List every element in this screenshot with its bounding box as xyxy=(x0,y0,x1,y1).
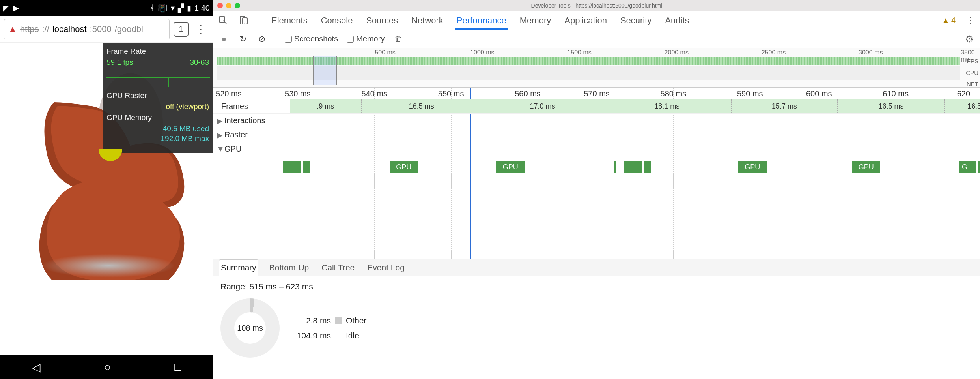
android-nav-bar: ◁ ○ □ xyxy=(0,355,213,379)
frame-segment[interactable]: .9 ms xyxy=(290,99,361,113)
screenshots-checkbox[interactable]: Screenshots xyxy=(285,34,338,43)
gpu-block[interactable]: GPU xyxy=(390,161,418,173)
overlay-fps-value: 59.1 fps xyxy=(106,58,133,67)
frame-segment[interactable]: 16.5 ms xyxy=(838,99,945,113)
wifi-icon: ▾ xyxy=(171,3,175,13)
tab-performance[interactable]: Performance xyxy=(455,11,508,30)
overlay-mem-label: GPU Memory xyxy=(106,113,152,122)
zoom-window-icon[interactable] xyxy=(235,3,240,8)
overlay-raster-value: off (viewport) xyxy=(166,102,209,111)
devtools-window: Developer Tools - https://localhost:5000… xyxy=(213,0,980,379)
reload-record-button[interactable]: ↻ xyxy=(238,34,248,44)
separator xyxy=(259,15,259,26)
legend-value: 104.9 ms xyxy=(295,331,331,340)
gpu-block[interactable] xyxy=(978,161,980,173)
overview-selection[interactable] xyxy=(313,56,337,85)
overlay-mem-used: 40.5 MB used xyxy=(163,124,209,133)
raster-track[interactable]: ▶Raster xyxy=(213,128,980,142)
tab-memory[interactable]: Memory xyxy=(518,11,553,30)
memory-checkbox[interactable]: Memory xyxy=(347,34,385,43)
gpu-track[interactable]: GPUGPUGPUGPUG... xyxy=(213,156,980,196)
device-toggle-icon[interactable] xyxy=(239,15,249,26)
phone-mock: ◤ ▶ ᚼ 📳 ▾ ▞ ▮ 1:40 ▲ https://localhost:5… xyxy=(0,0,213,379)
legend-label: Other xyxy=(346,316,367,325)
tab-audits[interactable]: Audits xyxy=(663,11,691,30)
flamechart[interactable]: 520 ms530 ms540 ms550 ms560 ms570 ms580 … xyxy=(213,88,980,259)
minimize-window-icon[interactable] xyxy=(226,3,231,8)
url-bar[interactable]: ▲ https://localhost:5000/goodbl xyxy=(4,19,170,39)
notification-icon: ◤ xyxy=(3,3,9,13)
url-scheme: https xyxy=(20,24,39,34)
nav-back-icon[interactable]: ◁ xyxy=(32,361,41,374)
detail-tab-bottom-up[interactable]: Bottom-Up xyxy=(268,260,310,276)
frames-track[interactable]: Frames .9 ms16.5 ms17.0 ms18.1 ms15.7 ms… xyxy=(213,99,980,114)
memory-label: Memory xyxy=(356,34,385,43)
gpu-track-header[interactable]: ▼GPU xyxy=(213,142,980,156)
tab-switcher[interactable]: 1 xyxy=(174,22,189,37)
legend-label: Idle xyxy=(346,331,359,340)
browser-menu-button[interactable]: ⋮ xyxy=(192,22,209,36)
overview-fps-label: FPS xyxy=(967,58,978,64)
gpu-block[interactable]: GPU xyxy=(738,161,767,173)
gpu-block[interactable] xyxy=(303,161,310,173)
summary-legend: 2.8 msOther104.9 msIdle xyxy=(295,316,367,340)
overlay-fps-range: 30-63 xyxy=(190,58,209,67)
devtools-menu-button[interactable]: ⋮ xyxy=(966,15,975,26)
frame-segment[interactable]: 18.1 ms xyxy=(603,99,731,113)
gpu-block[interactable]: GPU xyxy=(852,161,880,173)
gpu-block[interactable]: G... xyxy=(959,161,976,173)
frame-segment[interactable]: 17.0 ms xyxy=(482,99,603,113)
devtools-tab-bar: ElementsConsoleSourcesNetworkPerformance… xyxy=(213,11,980,30)
clear-button[interactable]: ⊘ xyxy=(257,34,267,44)
gpu-block[interactable] xyxy=(283,161,301,173)
gpu-block[interactable] xyxy=(614,161,616,173)
settings-icon[interactable]: ⚙ xyxy=(964,34,974,44)
close-window-icon[interactable] xyxy=(217,3,223,8)
nav-recents-icon[interactable]: □ xyxy=(174,361,181,373)
raster-label: Raster xyxy=(224,130,248,139)
tab-application[interactable]: Application xyxy=(563,11,609,30)
perf-toolbar: ● ↻ ⊘ Screenshots Memory 🗑 ⚙ xyxy=(213,30,980,48)
page-viewport: Frame Rate 59.1 fps30-63 GPU Raster off … xyxy=(0,43,213,355)
frame-segment[interactable]: 16.5 ms xyxy=(361,99,482,113)
overlay-fps-sparkline xyxy=(106,69,210,88)
frame-segment[interactable]: 15.7 ms xyxy=(731,99,838,113)
vibrate-icon: 📳 xyxy=(158,3,168,13)
insecure-icon: ▲ xyxy=(8,24,17,34)
warnings-badge[interactable]: ▲4 xyxy=(942,16,956,25)
gpu-block[interactable] xyxy=(644,161,651,173)
overview-tick: 2000 ms xyxy=(665,49,689,56)
interactions-track[interactable]: ▶Interactions xyxy=(213,114,980,128)
inspect-icon[interactable] xyxy=(218,15,228,26)
gc-button[interactable]: 🗑 xyxy=(393,34,403,44)
screenshots-label: Screenshots xyxy=(294,34,338,43)
detail-tab-event-log[interactable]: Event Log xyxy=(366,260,406,276)
detail-tab-summary[interactable]: Summary xyxy=(219,259,258,276)
gpu-block[interactable]: GPU xyxy=(496,161,525,173)
overview-tick: 1500 ms xyxy=(567,49,591,56)
summary-range: Range: 515 ms – 623 ms xyxy=(220,282,973,291)
detail-tab-call-tree[interactable]: Call Tree xyxy=(320,260,356,276)
overlay-raster-label: GPU Raster xyxy=(106,91,147,100)
overview-tick: 3000 ms xyxy=(859,49,883,56)
tab-elements[interactable]: Elements xyxy=(270,11,309,30)
play-icon: ▶ xyxy=(13,3,19,13)
gpu-block[interactable] xyxy=(624,161,642,173)
timeline-overview[interactable]: 500 ms1000 ms1500 ms2000 ms2500 ms3000 m… xyxy=(213,48,980,88)
legend-swatch xyxy=(335,317,342,324)
tab-security[interactable]: Security xyxy=(619,11,653,30)
record-button[interactable]: ● xyxy=(219,34,229,44)
url-port: :5000 xyxy=(90,24,112,34)
summary-donut: 108 ms xyxy=(220,298,280,358)
overview-net-label: NET xyxy=(967,81,978,87)
overlay-mem-max: 192.0 MB max xyxy=(161,134,209,143)
frame-segment[interactable]: 16.5 ms xyxy=(945,99,980,113)
gpu-label: GPU xyxy=(224,144,241,154)
nav-home-icon[interactable]: ○ xyxy=(104,361,111,373)
tab-network[interactable]: Network xyxy=(410,11,445,30)
url-path: /goodbl xyxy=(115,24,143,34)
bluetooth-icon: ᚼ xyxy=(150,4,155,13)
tab-console[interactable]: Console xyxy=(319,11,355,30)
tab-sources[interactable]: Sources xyxy=(364,11,399,30)
battery-icon: ▮ xyxy=(187,3,191,13)
